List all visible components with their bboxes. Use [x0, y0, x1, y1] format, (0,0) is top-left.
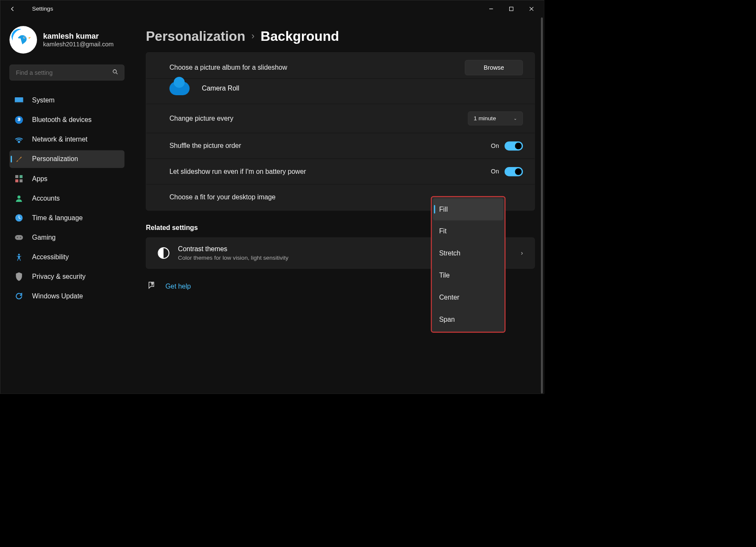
svg-rect-7	[15, 102, 23, 103]
svg-text:?: ?	[151, 282, 153, 286]
battery-toggle[interactable]	[505, 167, 523, 176]
sidebar-item-time[interactable]: Time & language	[9, 209, 124, 227]
sidebar-item-label: Bluetooth & devices	[32, 116, 92, 124]
gamepad-icon	[14, 233, 24, 242]
window-title: Settings	[32, 6, 53, 12]
svg-point-19	[18, 254, 20, 255]
svg-rect-6	[15, 97, 23, 103]
svg-point-4	[24, 37, 25, 38]
user-name: kamlesh kumar	[43, 31, 114, 40]
sidebar-item-label: System	[32, 96, 55, 105]
fit-option-center[interactable]: Center	[433, 286, 504, 309]
sidebar-item-label: Network & internet	[32, 136, 87, 144]
sidebar-item-label: Accounts	[32, 194, 60, 202]
nav: System Bluetooth & devices Network & int…	[9, 91, 124, 305]
chevron-right-icon: ›	[521, 249, 523, 257]
fit-option-fit[interactable]: Fit	[433, 220, 504, 242]
settings-window: Settings kamlesh kumar kamlesh2011@gmail…	[0, 0, 544, 394]
sidebar: kamlesh kumar kamlesh2011@gmail.com Syst…	[0, 17, 129, 394]
album-row: Choose a picture album for a slideshow B…	[146, 53, 534, 79]
search-box[interactable]	[9, 65, 124, 80]
shuffle-state: On	[491, 142, 499, 150]
fit-option-span[interactable]: Span	[433, 309, 504, 331]
back-button[interactable]	[6, 2, 20, 16]
avatar	[9, 26, 37, 54]
sidebar-item-accounts[interactable]: Accounts	[9, 190, 124, 207]
svg-point-14	[17, 196, 20, 198]
album-name: Camera Roll	[202, 85, 239, 93]
sidebar-item-bluetooth[interactable]: Bluetooth & devices	[9, 111, 124, 129]
breadcrumb-parent[interactable]: Personalization	[146, 28, 245, 44]
main-content: Personalization › Background Choose a pi…	[129, 17, 544, 394]
shuffle-label: Shuffle the picture order	[169, 142, 484, 150]
battery-label: Let slideshow run even if I'm on battery…	[169, 167, 353, 176]
svg-rect-1	[510, 7, 513, 11]
minimize-button[interactable]	[481, 2, 502, 16]
profile[interactable]: kamlesh kumar kamlesh2011@gmail.com	[9, 26, 124, 54]
search-input[interactable]	[16, 69, 113, 76]
search-icon	[113, 69, 118, 76]
interval-row: Change picture every 1 minute ⌄	[146, 104, 534, 133]
shuffle-row: Shuffle the picture order On	[146, 133, 534, 159]
paintbrush-icon	[14, 155, 24, 164]
sidebar-item-label: Gaming	[32, 233, 56, 241]
sidebar-item-label: Time & language	[32, 214, 83, 222]
sidebar-item-system[interactable]: System	[9, 91, 124, 109]
fit-dropdown-flyout: Fill Fit Stretch Tile Center Span	[431, 196, 505, 333]
svg-rect-10	[15, 175, 18, 178]
accessibility-icon	[14, 252, 24, 262]
sidebar-item-privacy[interactable]: Privacy & security	[9, 268, 124, 286]
person-icon	[14, 194, 24, 203]
battery-row: Let slideshow run even if I'm on battery…	[146, 159, 534, 184]
settings-panel: Choose a picture album for a slideshow B…	[146, 52, 535, 210]
scrollbar[interactable]	[541, 17, 543, 394]
shuffle-toggle[interactable]	[505, 141, 523, 150]
sidebar-item-label: Accessibility	[32, 253, 69, 261]
fit-option-fill[interactable]: Fill	[433, 198, 504, 221]
wifi-icon	[14, 135, 24, 145]
titlebar: Settings	[0, 0, 544, 17]
interval-dropdown[interactable]: 1 minute ⌄	[468, 111, 523, 125]
browse-button[interactable]: Browse	[465, 60, 523, 75]
sidebar-item-label: Windows Update	[32, 292, 83, 300]
interval-label: Change picture every	[169, 114, 460, 122]
update-icon	[14, 292, 24, 301]
get-help-link[interactable]: Get help	[166, 282, 191, 290]
interval-value: 1 minute	[474, 115, 496, 122]
svg-rect-13	[20, 179, 23, 182]
fit-option-stretch[interactable]: Stretch	[433, 242, 504, 264]
svg-rect-16	[15, 235, 23, 240]
sidebar-item-gaming[interactable]: Gaming	[9, 229, 124, 247]
help-icon: ?	[148, 281, 156, 292]
svg-point-17	[17, 237, 18, 238]
svg-point-5	[113, 70, 116, 73]
battery-state: On	[491, 168, 499, 175]
sidebar-item-label: Apps	[32, 175, 48, 183]
svg-rect-12	[15, 179, 18, 182]
contrast-icon	[158, 247, 169, 259]
sidebar-item-network[interactable]: Network & internet	[9, 130, 124, 148]
breadcrumb-current: Background	[261, 28, 339, 44]
shield-icon	[14, 272, 24, 281]
apps-icon	[14, 174, 24, 184]
sidebar-item-apps[interactable]: Apps	[9, 170, 124, 188]
svg-point-18	[20, 237, 21, 238]
album-preview: Camera Roll	[146, 79, 534, 104]
sidebar-item-accessibility[interactable]: Accessibility	[9, 248, 124, 266]
maximize-button[interactable]	[501, 2, 522, 16]
album-label: Choose a picture album for a slideshow	[169, 64, 457, 72]
clock-icon	[14, 213, 24, 223]
close-button[interactable]	[522, 2, 542, 16]
sidebar-item-personalization[interactable]: Personalization	[9, 150, 124, 168]
sidebar-item-update[interactable]: Windows Update	[9, 287, 124, 305]
chevron-right-icon: ›	[251, 31, 254, 41]
onedrive-icon	[169, 82, 190, 95]
svg-rect-11	[20, 175, 23, 178]
sidebar-item-label: Personalization	[32, 155, 78, 163]
user-email: kamlesh2011@gmail.com	[43, 41, 114, 48]
bluetooth-icon	[14, 115, 24, 125]
breadcrumb: Personalization › Background	[146, 28, 535, 44]
display-icon	[14, 96, 24, 105]
chevron-down-icon: ⌄	[513, 116, 517, 121]
fit-option-tile[interactable]: Tile	[433, 264, 504, 286]
